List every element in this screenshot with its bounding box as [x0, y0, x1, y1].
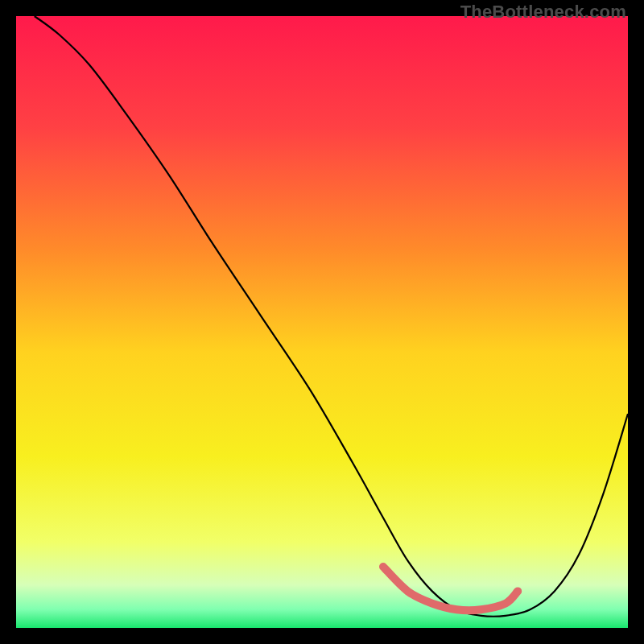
gradient-background: [16, 16, 628, 628]
chart-frame: [16, 16, 628, 628]
watermark-text: TheBottleneck.com: [460, 2, 626, 23]
bottleneck-chart: [16, 16, 628, 628]
